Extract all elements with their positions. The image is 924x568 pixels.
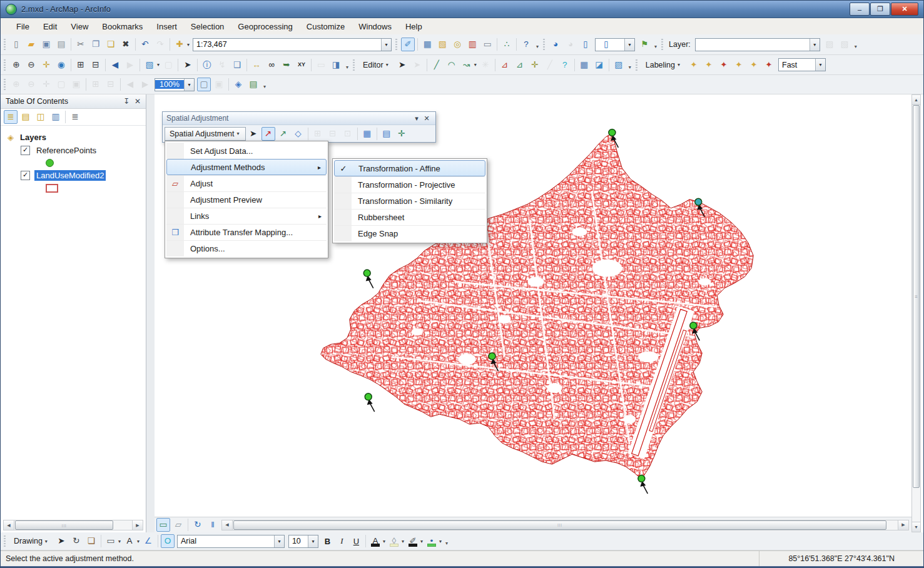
toc-window-icon[interactable]: ▦ bbox=[420, 38, 434, 51]
list-selection-icon[interactable]: ▥ bbox=[49, 110, 63, 124]
search-window-icon[interactable]: ◎ bbox=[450, 38, 464, 51]
close-button[interactable]: ✕ bbox=[891, 3, 918, 16]
lock-labels-icon[interactable]: ✦ bbox=[732, 58, 746, 72]
spatial-adjustment-titlebar[interactable]: Spatial Adjustment ▾ ✕ bbox=[163, 112, 435, 125]
toc-layer-landusemodified2[interactable]: ✓LandUseModified2 bbox=[4, 169, 146, 182]
chevron-down-icon[interactable]: ▾ bbox=[184, 79, 194, 91]
ddp-icon[interactable]: ◈ bbox=[231, 78, 245, 91]
list-drawing-icon[interactable]: ≣ bbox=[4, 110, 18, 124]
menu-item-adjustment-methods[interactable]: Adjustment Methods▸ bbox=[166, 159, 327, 175]
paste-icon[interactable]: ❏ bbox=[104, 38, 118, 51]
go-to-xy-icon[interactable]: XY bbox=[295, 58, 308, 72]
menu-item-attribute-transfer-mapping[interactable]: ❒Attribute Transfer Mapping... bbox=[166, 224, 327, 240]
endpoint-arc-icon[interactable]: ◠ bbox=[445, 58, 459, 72]
layout-view-icon[interactable]: ▱ bbox=[171, 518, 185, 532]
undo-icon[interactable]: ↶ bbox=[138, 38, 152, 51]
refresh-view-icon[interactable]: ↻ bbox=[191, 518, 205, 532]
close-icon[interactable]: ✕ bbox=[133, 97, 143, 106]
labeling-mode-combo[interactable]: Fast ▾ bbox=[778, 58, 826, 71]
chevron-down-icon[interactable]: ▾ bbox=[383, 539, 385, 544]
font-size-combo[interactable]: 10 ▾ bbox=[288, 535, 318, 548]
title-bar[interactable]: 2.mxd - ArcMap - ArcInfo – ❐ ✕ bbox=[1, 1, 923, 18]
pause-labeling-icon[interactable]: ✦ bbox=[747, 58, 761, 72]
layer-name[interactable]: LandUseModified2 bbox=[34, 170, 106, 181]
chevron-down-icon[interactable]: ▾ bbox=[815, 59, 825, 71]
toolbar-overflow-icon[interactable]: ▾ bbox=[346, 64, 348, 72]
toolbar-grip[interactable] bbox=[543, 39, 545, 50]
toolbar-grip[interactable] bbox=[4, 59, 6, 71]
reshape-feature-icon[interactable]: ⊿ bbox=[513, 58, 527, 72]
chevron-down-icon[interactable]: ▾ bbox=[118, 539, 121, 544]
italic-button[interactable]: I bbox=[335, 535, 348, 548]
menu-item-view[interactable]: View bbox=[64, 20, 95, 33]
scroll-right-icon[interactable]: ▶ bbox=[898, 520, 908, 530]
labeling-menu-button[interactable]: Labeling ▾ bbox=[641, 58, 686, 73]
scrollbar-thumb[interactable]: ||| bbox=[233, 520, 886, 530]
scale-value[interactable]: 1:73,467 bbox=[193, 40, 381, 49]
data-view-icon[interactable]: ▭ bbox=[156, 518, 170, 532]
fill-color-icon[interactable]: ◊ bbox=[387, 534, 401, 548]
toc-layer-referencepoints[interactable]: ✓ReferencePoints bbox=[4, 144, 146, 157]
toolbar-overflow-icon[interactable]: ▾ bbox=[445, 540, 448, 548]
open-links-icon[interactable]: ✛ bbox=[395, 127, 409, 141]
sa-select-icon[interactable]: ➤ bbox=[246, 127, 260, 141]
menu-item-edit[interactable]: Edit bbox=[36, 20, 64, 33]
layer-combo[interactable]: ▾ bbox=[695, 38, 820, 51]
find-icon[interactable]: ∞ bbox=[265, 58, 278, 72]
toolbar-grip[interactable] bbox=[636, 59, 637, 71]
cut-icon[interactable]: ✂ bbox=[74, 38, 88, 51]
chevron-down-icon[interactable]: ▾ bbox=[810, 39, 820, 51]
editor-sketch-icon[interactable]: ✐ bbox=[401, 38, 415, 51]
modify-link-icon[interactable]: ↗ bbox=[277, 127, 290, 141]
symbol-o-icon[interactable]: O bbox=[161, 534, 175, 548]
flag-icon[interactable]: ⚑ bbox=[637, 38, 651, 51]
font-combo[interactable]: Arial ▾ bbox=[177, 535, 285, 548]
scroll-down-icon[interactable]: ▼ bbox=[912, 522, 920, 532]
toolbar-grip[interactable] bbox=[4, 39, 6, 50]
chevron-down-icon[interactable]: ▾ bbox=[308, 535, 318, 547]
toolbar-overflow-icon[interactable]: ▾ bbox=[629, 64, 631, 72]
toolbar-overflow-icon[interactable]: ▾ bbox=[263, 84, 266, 91]
menu-item-links[interactable]: Links▸ bbox=[166, 208, 327, 224]
back-extent-icon[interactable]: ◀ bbox=[108, 58, 122, 72]
scale-combo[interactable]: 1:73,467 ▾ bbox=[193, 38, 392, 51]
fixed-zoom-in-icon[interactable]: ⊞ bbox=[74, 58, 88, 72]
close-icon[interactable]: ✕ bbox=[422, 114, 432, 123]
toc-options-icon[interactable]: ≣ bbox=[68, 110, 82, 124]
new-document-icon[interactable]: ▯ bbox=[9, 38, 23, 51]
panel-splitter[interactable] bbox=[146, 94, 155, 532]
chevron-down-icon[interactable]: ▾ bbox=[402, 539, 404, 544]
label-weight-icon[interactable]: ✦ bbox=[717, 58, 731, 72]
save-icon[interactable]: ▣ bbox=[39, 38, 53, 51]
open-folder-icon[interactable]: ▰ bbox=[24, 38, 38, 51]
toc-horizontal-scrollbar[interactable]: ◀ ||| ▶ bbox=[3, 520, 143, 530]
labeling-mode-value[interactable]: Fast bbox=[779, 61, 815, 69]
python-window-icon[interactable]: ▭ bbox=[480, 38, 494, 51]
toolbar-grip[interactable] bbox=[4, 535, 6, 547]
spatial-adjustment-toolbar[interactable]: Spatial Adjustment ▾ ✕ Spatial Adjustmen… bbox=[162, 111, 436, 143]
toolbar-grip[interactable] bbox=[395, 39, 397, 50]
menu-item-insert[interactable]: Insert bbox=[150, 20, 184, 33]
whats-this-icon[interactable]: ? bbox=[519, 38, 533, 51]
checkbox[interactable]: ✓ bbox=[21, 146, 30, 155]
menu-item-customize[interactable]: Customize bbox=[300, 20, 352, 33]
chevron-down-icon[interactable]: ▾ bbox=[420, 539, 423, 544]
menu-item-adjustment-preview[interactable]: Adjustment Preview bbox=[166, 191, 327, 208]
pin-icon[interactable]: ↧ bbox=[121, 97, 131, 106]
ddp-print-icon[interactable]: ▤ bbox=[246, 78, 260, 91]
move-tool-icon[interactable]: ✛ bbox=[528, 58, 542, 72]
menu-item-help[interactable]: Help bbox=[399, 20, 429, 33]
magnifier-window-icon[interactable]: ◨ bbox=[329, 58, 343, 72]
scroll-left-icon[interactable]: ◀ bbox=[4, 520, 14, 530]
scroll-right-icon[interactable]: ▶ bbox=[132, 520, 143, 530]
font-value[interactable]: Arial bbox=[178, 537, 274, 545]
chevron-down-icon[interactable]: ▾ bbox=[474, 62, 477, 68]
chevron-down-icon[interactable]: ▾ bbox=[137, 539, 140, 544]
print-icon[interactable]: ▤ bbox=[54, 38, 68, 51]
menu-item-options[interactable]: Options... bbox=[166, 240, 327, 256]
zoom-percent-value[interactable]: 100% bbox=[155, 80, 184, 89]
scrollbar-thumb[interactable]: ≡ bbox=[913, 105, 920, 488]
menu-item-selection[interactable]: Selection bbox=[184, 20, 231, 33]
chevron-down-icon[interactable]: ▾ bbox=[157, 62, 160, 68]
window-small-icon[interactable]: ▯ bbox=[599, 38, 613, 51]
